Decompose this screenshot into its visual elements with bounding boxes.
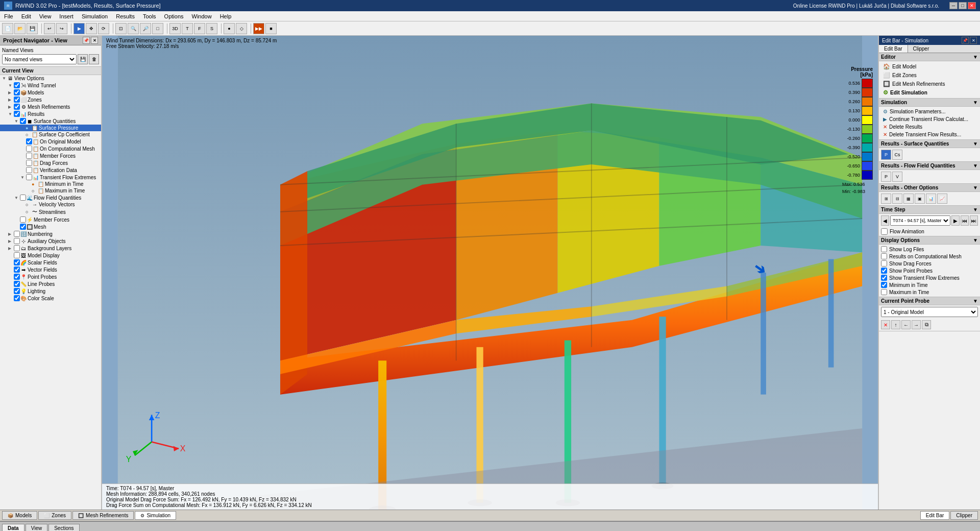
chk-color-scale[interactable]	[14, 295, 20, 301]
menu-options[interactable]: Options	[160, 12, 188, 20]
tree-mesh-refinements[interactable]: ▶ ⚙ Mesh Refinements	[0, 103, 101, 110]
maximize-button[interactable]: □	[959, 2, 967, 9]
vtab-zones[interactable]: ⬜ Zones	[38, 511, 71, 520]
chk-transient[interactable]	[26, 174, 32, 180]
delete-results-btn[interactable]: ✕ Delete Results	[881, 123, 978, 131]
tb-view-3d[interactable]: 3D	[169, 23, 181, 34]
left-panel-pin[interactable]: 📌	[83, 37, 90, 44]
editor-expand[interactable]: ▼	[973, 54, 978, 60]
chk-lighting[interactable]	[14, 288, 20, 294]
probe-right-btn[interactable]: →	[912, 320, 921, 329]
tree-model-display[interactable]: 🖼 Model Display	[0, 252, 101, 259]
tree-background-layers[interactable]: ▶ 🗂 Background Layers	[0, 245, 101, 252]
max-time-check[interactable]	[881, 289, 887, 295]
tb-save[interactable]: 💾	[27, 23, 38, 34]
chk-scalar[interactable]	[14, 259, 20, 266]
close-button[interactable]: ✕	[968, 2, 976, 9]
surface-pressure-btn[interactable]: P	[881, 150, 891, 160]
edit-mesh-btn[interactable]: 🔲 Edit Mesh Refinements	[881, 80, 978, 88]
tree-zones[interactable]: ▶ ⬜ Zones	[0, 96, 101, 103]
edit-model-btn[interactable]: 🏠 Edit Model	[881, 62, 978, 71]
rp-close[interactable]: ✕	[970, 37, 977, 44]
minimize-button[interactable]: ─	[949, 2, 958, 9]
tree-scalar-fields[interactable]: 🌈 Scalar Fields	[0, 259, 101, 266]
main-viewport[interactable]: Wind Tunnel Dimensions: Dx = 293.605 m, …	[102, 36, 878, 510]
tb-zoom-fit[interactable]: ⊡	[115, 23, 127, 34]
tree-transient-extremes[interactable]: ▼ 📊 Transient Flow Extremes	[0, 174, 101, 181]
tree-min-in-time[interactable]: ● 📋 Minimum in Time	[0, 181, 101, 187]
tb-view-side[interactable]: S	[206, 23, 217, 34]
tb-zoom-in[interactable]: 🔍	[128, 23, 139, 34]
chk-member-forces-t[interactable]	[20, 216, 26, 223]
tree-view-options[interactable]: ▼ 🖥 View Options	[0, 75, 101, 82]
chk-aux[interactable]	[14, 238, 20, 244]
show-log-check[interactable]	[881, 246, 887, 252]
tb-stop-sim[interactable]: ■	[265, 23, 277, 34]
tree-surface-pressure[interactable]: ● 📋 Surface Pressure	[0, 125, 101, 131]
named-views-select[interactable]: No named views	[2, 54, 77, 64]
vtab-models[interactable]: 📦 Models	[2, 511, 37, 520]
tree-flow-field[interactable]: ▼ 🌊 Flow Field Quantities	[0, 194, 101, 201]
tb-view-front[interactable]: F	[194, 23, 205, 34]
probe-up-btn[interactable]: ↑	[891, 320, 900, 329]
results-other-expand[interactable]: ▼	[973, 185, 978, 190]
time-step-expand[interactable]: ▼	[973, 207, 978, 212]
edit-simulation-btn[interactable]: ⚙ Edit Simulation	[881, 88, 978, 97]
chk-original-model[interactable]	[26, 138, 32, 144]
tree-lighting[interactable]: 💡 Lighting	[0, 287, 101, 295]
probe-select[interactable]: 1 - Original Model	[881, 307, 978, 317]
delete-view-btn[interactable]: 🗑	[89, 54, 99, 64]
probe-left-btn[interactable]: ←	[901, 320, 911, 329]
tree-max-in-time[interactable]: ○ 📋 Maximum in Time	[0, 187, 101, 194]
tree-drag-forces[interactable]: 📋 Drag Forces	[0, 159, 101, 166]
chk-wind-tunnel[interactable]	[14, 82, 20, 88]
other-btn3[interactable]: ▦	[903, 194, 914, 204]
menu-help[interactable]: Help	[216, 12, 236, 20]
probe-copy-btn[interactable]: ⧉	[922, 320, 931, 329]
menu-edit[interactable]: Edit	[17, 12, 35, 20]
tb-zoom-window[interactable]: □	[152, 23, 163, 34]
time-end-btn[interactable]: ⏮	[961, 215, 969, 226]
other-btn6[interactable]: 📈	[937, 194, 947, 204]
continue-transient-btn[interactable]: ▶ Continue Transient Flow Calculat...	[881, 115, 978, 123]
tb-redo[interactable]: ↪	[56, 23, 67, 34]
expand-results[interactable]: ▼	[8, 112, 13, 116]
save-view-btn[interactable]: 💾	[78, 54, 88, 64]
menu-view[interactable]: View	[35, 12, 56, 20]
vtab-edit-bar[interactable]: Edit Bar	[920, 511, 950, 520]
tree-wind-tunnel[interactable]: ▼ 🌬 Wind Tunnel	[0, 82, 101, 89]
tree-vector-fields[interactable]: ➡ Vector Fields	[0, 266, 101, 273]
left-panel-close[interactable]: ✕	[91, 37, 98, 44]
chk-models[interactable]	[14, 89, 20, 95]
probe-delete-btn[interactable]: ✕	[881, 320, 890, 329]
tree-auxiliary-objects[interactable]: ▶ ⊹ Auxiliary Objects	[0, 237, 101, 245]
menu-tools[interactable]: Tools	[139, 12, 160, 20]
tab-edit-bar[interactable]: Edit Bar	[879, 45, 908, 53]
chk-surface-q[interactable]	[20, 118, 26, 124]
tb-select[interactable]: ▶	[74, 23, 85, 34]
tb-render[interactable]: ●	[224, 23, 235, 34]
other-btn1[interactable]: ⊞	[881, 194, 891, 204]
tree-numbering[interactable]: ▶ 🔢 Numbering	[0, 230, 101, 237]
other-btn5[interactable]: 📊	[926, 194, 936, 204]
chk-comp-mesh[interactable]	[26, 146, 32, 152]
vtab-mesh-ref[interactable]: 🔲 Mesh Refinements	[72, 511, 134, 520]
tree-on-original-model[interactable]: 📋 On Original Model	[0, 138, 101, 145]
chk-line-probes[interactable]	[14, 281, 20, 287]
chk-verification[interactable]	[26, 167, 32, 173]
other-btn2[interactable]: ⊟	[892, 194, 902, 204]
expand-wind-tunnel[interactable]: ▼	[8, 83, 13, 88]
expand-view-options[interactable]: ▼	[2, 76, 7, 81]
results-surface-expand[interactable]: ▼	[973, 141, 978, 147]
tree-streamlines[interactable]: ○ 〜 Streamlines	[0, 208, 101, 216]
flow-animation-check[interactable]	[881, 228, 888, 235]
point-probe-expand[interactable]: ▼	[973, 298, 978, 304]
chk-flow-field[interactable]	[20, 195, 26, 201]
min-time-check[interactable]	[881, 282, 887, 288]
other-btn4[interactable]: ▣	[915, 194, 925, 204]
simulation-expand[interactable]: ▼	[973, 100, 978, 105]
show-transient-check[interactable]	[881, 275, 887, 281]
chk-point-probes[interactable]	[14, 274, 20, 280]
chk-zones[interactable]	[14, 96, 20, 103]
expand-bg[interactable]: ▶	[8, 246, 13, 251]
